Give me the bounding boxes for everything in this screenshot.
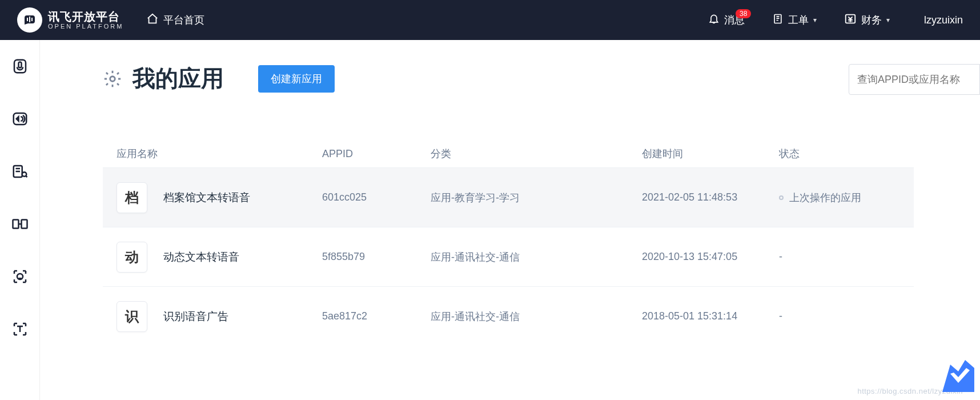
app-id: 5ae817c2 [322,310,431,322]
create-app-button[interactable]: 创建新应用 [258,65,335,93]
messages-badge: 38 [736,9,751,18]
sidebar-item-voice-input[interactable] [11,57,29,75]
table-header: 应用名称 APPID 分类 创建时间 状态 [103,140,914,167]
app-glyph: 识 [117,301,147,332]
app-ctime: 2021-02-05 11:48:53 [642,191,779,203]
table-row[interactable]: 动动态文本转语音5f855b79应用-通讯社交-通信2020-10-13 15:… [103,227,914,286]
status-dot-icon [779,195,784,200]
sidebar-item-tts[interactable] [11,110,29,128]
col-name: 应用名称 [117,147,322,161]
home-link[interactable]: 平台首页 [146,13,204,28]
gear-icon [103,69,122,89]
col-category: 分类 [431,147,642,161]
app-status: - [779,251,900,263]
finance-icon [844,13,857,28]
sidebar [0,40,40,400]
app-id: 601cc025 [322,191,431,203]
ticket-link[interactable]: 工单 ▾ [772,13,817,28]
app-status: 上次操作的应用 [779,191,900,205]
svg-rect-10 [13,220,18,229]
app-name: 动态文本转语音 [163,250,239,265]
messages-link[interactable]: 消息 38 [708,13,745,28]
col-appid: APPID [322,148,431,160]
bell-icon [708,13,720,28]
chevron-down-icon: ▾ [813,16,817,24]
sidebar-item-text[interactable] [11,320,29,338]
search-input[interactable] [849,64,980,95]
finance-label: 财务 [861,13,882,27]
app-status: - [779,310,900,322]
table-row[interactable]: 档档案馆文本转语音601cc025应用-教育学习-学习2021-02-05 11… [103,167,914,227]
app-glyph: 动 [117,242,147,273]
svg-point-13 [110,76,115,81]
finance-link[interactable]: 财务 ▾ [844,13,890,28]
table-row[interactable]: 识识别语音广告5ae817c2应用-通讯社交-通信2018-05-01 15:3… [103,286,914,346]
svg-rect-1 [29,17,30,22]
sidebar-item-ocr[interactable] [11,162,29,181]
col-ctime: 创建时间 [642,147,779,161]
brand-name-cn: 讯飞开放平台 [48,10,123,23]
ticket-icon [772,13,784,28]
svg-rect-11 [21,220,27,229]
app-ctime: 2018-05-01 15:31:14 [642,310,779,322]
home-icon [146,13,159,28]
app-category: 应用-通讯社交-通信 [431,310,642,323]
apps-table: 应用名称 APPID 分类 创建时间 状态 档档案馆文本转语音601cc025应… [103,140,914,346]
chevron-down-icon: ▾ [886,16,890,24]
app-glyph: 档 [117,182,147,213]
page-title: 我的应用 [132,63,224,94]
user-menu[interactable]: lzyzuixin [924,14,963,26]
brand-logo[interactable]: 讯飞开放平台 OPEN PLATFORM [17,7,123,33]
ticket-label: 工单 [788,13,809,27]
app-name: 档案馆文本转语音 [163,190,250,205]
svg-rect-0 [27,18,28,21]
app-id: 5f855b79 [322,251,431,263]
svg-rect-2 [31,18,33,21]
app-ctime: 2020-10-13 15:47:05 [642,251,779,263]
sidebar-item-face[interactable] [11,267,29,286]
username-label: lzyzuixin [924,14,963,26]
col-status: 状态 [779,147,900,161]
app-name: 识别语音广告 [163,309,228,324]
home-label: 平台首页 [163,13,204,27]
logo-icon [17,7,42,33]
top-header: 讯飞开放平台 OPEN PLATFORM 平台首页 消息 38 工单 ▾ 财务 … [0,0,980,40]
svg-marker-14 [942,360,974,392]
svg-rect-6 [18,62,21,68]
brand-name-en: OPEN PLATFORM [48,23,123,30]
float-badge-icon[interactable] [942,360,974,392]
app-category: 应用-通讯社交-通信 [431,250,642,264]
sidebar-item-ab[interactable] [11,215,29,233]
search-box [849,64,980,95]
main-content: 我的应用 创建新应用 应用名称 APPID 分类 创建时间 状态 档档案馆文本转… [40,40,980,400]
app-category: 应用-教育学习-学习 [431,191,642,205]
